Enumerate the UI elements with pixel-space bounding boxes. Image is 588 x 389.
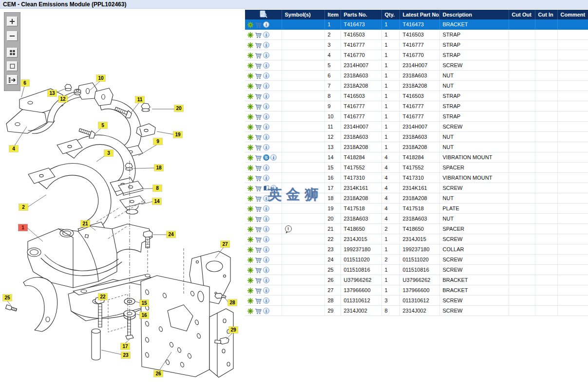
info-icon[interactable]: i [263,113,269,120]
info-icon[interactable]: i [263,21,269,28]
info-icon[interactable]: i [263,236,269,242]
diagram-label-22[interactable]: 22 [98,294,107,300]
cart-icon[interactable] [255,297,262,304]
diagram-label-12[interactable]: 12 [58,96,67,102]
table-row[interactable]: i 19 T417518 4 T417518 PLATE [245,204,588,214]
column-header-description[interactable]: Description [439,10,509,19]
settings-icon[interactable] [247,93,254,100]
diagram-label-29[interactable]: 29 [229,327,238,333]
settings-icon[interactable] [247,21,254,28]
info-icon[interactable]: i [263,42,269,48]
settings-icon[interactable] [247,73,254,79]
cart-icon[interactable] [255,216,262,222]
settings-icon[interactable] [247,134,254,141]
diagram-label-24[interactable]: 24 [167,231,175,238]
cart-icon[interactable] [255,246,262,253]
column-header-view[interactable] [245,10,282,19]
settings-icon[interactable] [247,205,254,212]
table-row[interactable]: i 27 137966600 1 137966600 BRACKET [245,285,588,296]
fit-view-button[interactable] [7,61,18,71]
diagram-label-1[interactable]: 1 [19,224,27,231]
diagram-label-13[interactable]: 13 [48,90,57,96]
info-icon[interactable]: i [263,308,269,314]
cart-icon[interactable] [255,175,262,182]
zoom-in-button[interactable] [7,17,18,26]
table-row[interactable]: i 16 T417310 4 T417310 VIBRATION MOUNT [245,173,588,183]
settings-icon[interactable] [247,124,254,130]
table-row[interactable]: i 26 U37966262 1 U37966262 BRACKET [245,275,588,285]
table-row[interactable]: i 2 T416503 1 T416503 STRAP [245,30,588,40]
settings-icon[interactable] [247,144,254,151]
cart-icon[interactable] [255,287,262,294]
table-row[interactable]: i 9 T416777 1 T416777 STRAP [245,101,588,111]
table-row[interactable]: i ! 21 T418650 2 T418650 SPACER [245,224,588,234]
settings-icon[interactable] [247,185,254,192]
cart-icon[interactable] [255,62,262,69]
settings-icon[interactable] [247,42,254,49]
settings-icon[interactable] [247,297,254,304]
settings-icon[interactable] [247,257,254,263]
table-row[interactable]: i 8 T416503 1 T416503 STRAP [245,91,588,101]
cart-icon[interactable] [255,205,262,212]
info-icon[interactable]: i [270,185,277,191]
info-icon[interactable]: i [263,83,269,89]
settings-icon[interactable] [247,195,254,202]
cart-icon[interactable] [255,195,262,202]
table-row[interactable]: i 11 2314H007 1 2314H007 SCREW [245,122,588,132]
info-icon[interactable]: i [263,257,269,263]
settings-icon[interactable] [247,308,254,315]
diagram-label-8[interactable]: 8 [153,185,162,191]
diagram-label-21[interactable]: 21 [81,221,90,227]
info-icon[interactable]: i [263,73,269,79]
info-icon[interactable]: i [263,52,269,58]
diagram-label-3[interactable]: 3 [104,150,113,156]
column-header-latest-part-no[interactable]: Latest Part No. [399,10,439,19]
info-icon[interactable]: i [263,124,269,130]
cart-icon[interactable] [255,103,262,110]
diagram-label-16[interactable]: 16 [140,312,149,318]
info-icon[interactable]: i [263,32,269,38]
zoom-out-button[interactable] [7,31,18,41]
tile-view-button[interactable] [7,48,18,57]
column-header-parts-no[interactable]: Parts No. [341,10,381,19]
table-row[interactable]: i 29 2314J002 8 2314J002 SCREW [245,306,588,316]
toggle-panel-button[interactable] [7,75,18,85]
info-icon[interactable]: i [263,144,269,150]
info-icon[interactable]: i [263,134,269,140]
cart-icon[interactable] [255,42,262,49]
table-row[interactable]: i 12 2318A603 1 2318A603 NUT [245,132,588,142]
settings-icon[interactable] [247,226,254,233]
cart-icon[interactable] [255,185,262,192]
cart-icon[interactable] [255,236,262,243]
settings-icon[interactable] [247,246,254,253]
s-badge-icon[interactable]: S [263,154,269,161]
info-icon[interactable]: i [263,103,269,110]
table-row[interactable]: i 23 199237180 1 199237180 COLLAR [245,244,588,255]
settings-icon[interactable] [247,236,254,243]
table-row[interactable]: i 22 2314J015 1 2314J015 SCREW [245,234,588,244]
cart-icon[interactable] [255,52,262,59]
diagram-label-17[interactable]: 17 [121,343,130,350]
settings-icon[interactable] [247,113,254,120]
cart-icon[interactable] [255,308,262,315]
cart-icon[interactable] [255,144,262,151]
cart-icon[interactable] [255,21,262,28]
info-icon[interactable]: i [263,93,269,99]
diagram-label-4[interactable]: 4 [9,146,18,152]
table-row[interactable]: i 10 T416777 1 T416777 STRAP [245,111,588,122]
column-header-cut-in[interactable]: Cut In [535,10,557,19]
diagram-label-6[interactable]: 6 [20,80,29,86]
table-row[interactable]: i 7 2318A208 1 2318A208 NUT [245,81,588,91]
table-row[interactable]: i 4 T416770 1 T416770 STRAP [245,50,588,60]
diagram-label-15[interactable]: 15 [140,300,149,306]
info-icon[interactable]: i [263,175,269,181]
settings-icon[interactable] [247,154,254,161]
cart-icon[interactable] [255,277,262,284]
table-row[interactable]: i 1 T416473 1 T416473 BRACKET [245,19,588,30]
cart-icon[interactable] [255,32,262,38]
diagram-label-11[interactable]: 11 [135,96,144,103]
table-row[interactable]: i 3 T416777 1 T416777 STRAP [245,40,588,50]
diagram-label-10[interactable]: 10 [96,75,105,81]
column-header-comment[interactable]: Comment [557,10,588,19]
cart-icon[interactable] [255,165,262,171]
